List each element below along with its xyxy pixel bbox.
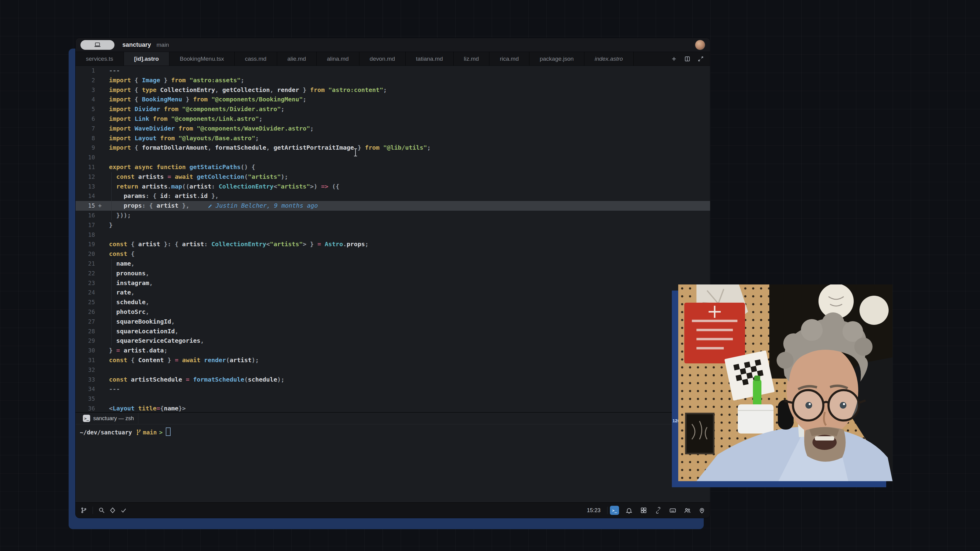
checks-button[interactable] [119,506,128,515]
branch-name[interactable]: main [157,41,169,48]
code-line-4[interactable]: 4import { BookingMenu } from "@component… [76,95,710,104]
code-editor[interactable]: 1---2import { Image } from "astro:assets… [76,66,710,412]
gutter-marker [97,317,103,326]
code-line-28[interactable]: 28 squareLocationId, [76,326,710,336]
line-content: props: { artist },Justin Belcher, 9 mont… [103,201,710,211]
tab-tatiana-md[interactable]: tatiana.md [406,52,453,65]
code-line-30[interactable]: 30} = artist.data; [76,346,710,355]
code-line-16[interactable]: 16 })); [76,211,710,220]
code-line-32[interactable]: 32 [76,365,710,375]
tab-alie-md[interactable]: alie.md [277,52,317,65]
tab-devon-md[interactable]: devon.md [360,52,406,65]
code-line-12[interactable]: 12 const artists = await getCollection("… [76,172,710,182]
code-line-19[interactable]: 19const { artist }: { artist: Collection… [76,239,710,249]
line-content: squareServiceCategories, [103,336,710,346]
line-content [103,394,710,404]
line-number: 19 [76,239,97,249]
copilot-button[interactable] [654,506,663,515]
terminal-body[interactable]: ~/dev/sanctuarymain> [76,424,710,502]
code-line-2[interactable]: 2import { Image } from "astro:assets"; [76,76,710,85]
terminal-cursor [166,427,170,436]
code-line-34[interactable]: 34--- [76,384,710,394]
code-line-11[interactable]: 11export async function getStaticPaths()… [76,162,710,172]
code-line-31[interactable]: 31const { Content } = await render(artis… [76,355,710,365]
tab-rica-md[interactable]: rica.md [489,52,529,65]
gutter-marker [97,104,103,114]
terminal-tab[interactable]: >_ sanctuary — zsh [79,412,138,424]
line-number: 11 [76,162,97,172]
gutter-marker [97,220,103,230]
code-line-5[interactable]: 5import Divider from "@components/Divide… [76,104,710,114]
code-line-23[interactable]: 23 instagram, [76,279,710,288]
tab-package-json[interactable]: package.json [530,52,584,65]
gutter-marker [97,365,103,375]
terminal-toggle-button[interactable]: >_ [610,506,619,515]
user-avatar[interactable] [695,40,705,50]
cursor-position[interactable]: 15:23 [587,507,600,514]
line-content: pronouns, [103,269,710,279]
code-line-24[interactable]: 24 rate, [76,288,710,298]
code-line-8[interactable]: 8import Layout from "@layouts/Base.astro… [76,134,710,143]
gutter-marker [97,230,103,240]
line-number: 30 [76,346,97,355]
line-content: schedule, [103,298,710,307]
line-content [103,365,710,375]
tab-liz-md[interactable]: liz.md [453,52,490,65]
line-content: import Layout from "@layouts/Base.astro"… [103,134,710,143]
code-line-9[interactable]: 9import { formatDollarAmount, formatSche… [76,143,710,153]
diagnostics-button[interactable] [108,506,117,515]
code-line-3[interactable]: 3import { type CollectionEntry, getColle… [76,85,710,95]
tab-cass-md[interactable]: cass.md [235,52,277,65]
line-number: 24 [76,288,97,298]
gutter-marker [97,375,103,385]
zoom-pane-button[interactable] [695,54,706,64]
split-editor-button[interactable] [682,54,692,64]
gutter-marker [97,76,103,85]
code-line-29[interactable]: 29 squareServiceCategories, [76,336,710,346]
code-line-10[interactable]: 10 [76,153,710,162]
code-line-18[interactable]: 18 [76,230,710,240]
tab-alina-md[interactable]: alina.md [317,52,360,65]
tab-bookingmenu-tsx[interactable]: BookingMenu.tsx [169,52,235,65]
gutter-marker [97,307,103,317]
screen-pill-button[interactable] [80,40,115,50]
code-line-26[interactable]: 26 photoSrc, [76,307,710,317]
gutter-marker [97,66,103,76]
code-line-14[interactable]: 14 params: { id: artist.id }, [76,191,710,201]
code-line-7[interactable]: 7import WaveDivider from "@components/Wa… [76,124,710,134]
line-content: import { BookingMenu } from "@components… [103,95,710,104]
gutter-marker [97,404,103,412]
keymap-button[interactable] [668,506,677,515]
line-content: const { artist }: { artist: CollectionEn… [103,239,710,249]
tab--id-astro[interactable]: [id].astro [124,52,169,65]
code-line-20[interactable]: 20const { [76,249,710,259]
code-line-35[interactable]: 35 [76,394,710,404]
new-tab-button[interactable] [669,54,679,64]
tab-services-ts[interactable]: services.ts [76,52,124,65]
tab-index-astro[interactable]: index.astro [584,52,633,65]
code-line-36[interactable]: 36<Layout title={name}> [76,404,710,412]
code-line-27[interactable]: 27 squareBookingId, [76,317,710,326]
code-line-13[interactable]: 13 return artists.map((artist: Collectio… [76,182,710,191]
location-button[interactable] [697,506,706,515]
notifications-button[interactable] [625,506,633,515]
source-control-button[interactable] [79,506,88,515]
line-number: 5 [76,104,97,114]
code-line-21[interactable]: 21 name, [76,259,710,269]
search-button[interactable] [97,506,106,515]
code-line-33[interactable]: 33const artistSchedule = formatSchedule(… [76,375,710,385]
project-name[interactable]: sanctuary [123,41,151,48]
collab-button[interactable] [683,506,692,515]
code-line-15[interactable]: 15+ props: { artist },Justin Belcher, 9 … [76,201,710,211]
code-line-17[interactable]: 17} [76,220,710,230]
plus-icon [671,56,677,62]
git-branch-icon [136,429,141,435]
line-number: 26 [76,307,97,317]
panels-button[interactable] [639,506,648,515]
terminal-panel: >_ sanctuary — zsh ~/dev/sanctuarymain> [76,412,710,502]
git-blame-annotation[interactable]: Justin Belcher, 9 months ago [208,202,318,209]
code-line-22[interactable]: 22 pronouns, [76,269,710,279]
code-line-1[interactable]: 1--- [76,66,710,76]
code-line-25[interactable]: 25 schedule, [76,298,710,307]
code-line-6[interactable]: 6import Link from "@components/Link.astr… [76,114,710,124]
